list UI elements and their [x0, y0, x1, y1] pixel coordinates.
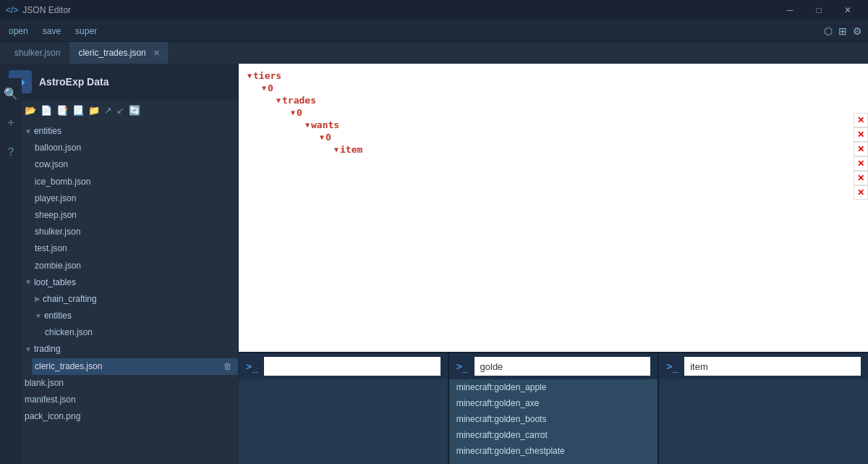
key-trades-0[interactable]: 0 — [297, 107, 302, 118]
tab-shulker[interactable]: shulker.json — [6, 42, 69, 64]
arrow-trades: ▼ — [276, 96, 281, 104]
folder-trading[interactable]: ▼ trading — [22, 341, 238, 358]
file-sheep[interactable]: sheep.json — [32, 207, 238, 224]
titlebar: </> JSON Editor ─ □ ✕ — [0, 0, 868, 20]
file-tree: ▼ entities balloon.json cow.json ice_bom… — [0, 120, 238, 464]
file-cow[interactable]: cow.json — [32, 156, 238, 173]
json-node-wants: ▼ wants — [247, 119, 859, 131]
main-layout: ◈ AstroExp Data 🔍 ＋ ？ 📂 📄 📑 📃 📁 ↗ ↙ 🔄 ▼ … — [0, 64, 868, 464]
json-node-wants-0: ▼ 0 — [247, 131, 859, 143]
panel-2-input[interactable] — [475, 357, 651, 376]
folder-arrow-loot-tables: ▼ — [25, 277, 32, 288]
file-test[interactable]: test.json — [32, 240, 238, 257]
panel-1-prompt-symbol: >_ — [246, 360, 258, 372]
delete-btn-3[interactable]: ✕ — [854, 142, 868, 156]
file-label-pack-icon: pack_icon.png — [25, 410, 80, 423]
menu-super[interactable]: super — [72, 25, 100, 38]
folder-entities-2[interactable]: ▼ entities — [32, 308, 238, 324]
menu-open[interactable]: open — [6, 25, 31, 38]
search-icon[interactable]: 🔍 — [1, 84, 21, 104]
key-wants[interactable]: wants — [311, 119, 339, 130]
file-shulker[interactable]: shulker.json — [32, 224, 238, 240]
new-file-3-icon[interactable]: 📃 — [72, 105, 84, 116]
file-ice-bomb[interactable]: ice_bomb.json — [32, 174, 238, 190]
file-player[interactable]: player.json — [32, 190, 238, 207]
dropdown-item-golden-chestplate[interactable]: minecraft:golden_chestplate — [449, 443, 658, 459]
file-label-player: player.json — [35, 192, 76, 206]
folder-chain-crafting[interactable]: ▶ chain_crafting — [32, 291, 238, 308]
maximize-button[interactable]: □ — [804, 0, 833, 20]
dropdown-item-golden-apple[interactable]: minecraft:golden_apple — [449, 379, 658, 395]
arrow-tiers: ▼ — [247, 72, 252, 80]
panel-2-prompt-bar: >_ — [449, 353, 658, 379]
new-file-icon[interactable]: 📄 — [41, 105, 52, 116]
file-label-balloon: balloon.json — [35, 141, 81, 155]
sidebar-icon-strip: 🔍 ＋ ？ — [0, 78, 22, 464]
delete-btn-5[interactable]: ✕ — [854, 171, 868, 185]
menu-save[interactable]: save — [40, 25, 64, 38]
window-controls: ─ □ ✕ — [775, 0, 862, 20]
arrow-wants-0: ▼ — [320, 133, 324, 141]
file-label-test: test.json — [35, 242, 67, 256]
panel-3-input[interactable] — [684, 357, 861, 376]
file-label-cow: cow.json — [35, 158, 68, 172]
key-item[interactable]: item — [340, 144, 362, 155]
delete-btn-6[interactable]: ✕ — [854, 185, 868, 200]
folder-entities-1[interactable]: ▼ entities — [22, 123, 238, 140]
panel-1-input[interactable] — [264, 357, 441, 376]
help-icon[interactable]: ？ — [2, 142, 20, 163]
sidebar-header: ◈ AstroExp Data — [0, 64, 238, 100]
arrow-wants: ▼ — [305, 121, 310, 129]
dropdown-item-golden-carrot[interactable]: minecraft:golden_carrot — [449, 427, 658, 443]
file-cleric-trades[interactable]: cleric_trades.json 🗑 — [32, 358, 238, 375]
file-manifest[interactable]: manifest.json — [22, 392, 238, 408]
pin-icon[interactable]: ⊞ — [838, 25, 847, 37]
panel-1-prompt-bar: >_ — [239, 353, 448, 379]
file-label-manifest: manifest.json — [25, 393, 76, 407]
close-button[interactable]: ✕ — [833, 0, 862, 20]
delete-btn-2[interactable]: ✕ — [854, 127, 868, 142]
delete-btn-1[interactable]: ✕ — [854, 113, 868, 127]
key-tiers[interactable]: tiers — [253, 70, 281, 81]
bottom-panels: >_ >_ minecraft:golden_apple minecraft:g… — [239, 352, 868, 464]
settings-icon[interactable]: ⚙ — [853, 25, 862, 37]
add-icon[interactable]: ＋ — [2, 112, 20, 133]
file-chicken[interactable]: chicken.json — [42, 324, 238, 341]
folder-arrow-entities-1: ▼ — [25, 126, 32, 138]
panel-2-prompt-symbol: >_ — [456, 360, 469, 372]
dropdown-item-golden-boots[interactable]: minecraft:golden_boots — [449, 411, 658, 427]
folder-label-trading: trading — [34, 342, 61, 356]
sidebar: ◈ AstroExp Data 🔍 ＋ ？ 📂 📄 📑 📃 📁 ↗ ↙ 🔄 ▼ … — [0, 64, 239, 464]
expand-all-icon[interactable]: ↗ — [104, 105, 112, 116]
refresh-icon[interactable]: 🔄 — [129, 105, 140, 116]
json-node-item: ▼ item — [247, 143, 859, 156]
new-file-2-icon[interactable]: 📑 — [56, 105, 68, 116]
folder-label-loot-tables: loot_tables — [34, 276, 76, 290]
json-node-tiers: ▼ tiers — [247, 69, 859, 82]
expand-icon[interactable]: ⬡ — [824, 25, 833, 37]
sidebar-app-name: AstroExp Data — [39, 76, 109, 88]
menubar: open save super ⬡ ⊞ ⚙ — [0, 20, 868, 42]
tab-close-icon[interactable]: ✕ — [153, 48, 160, 58]
minimize-button[interactable]: ─ — [775, 0, 804, 20]
key-tiers-0[interactable]: 0 — [268, 83, 273, 93]
delete-btn-4[interactable]: ✕ — [854, 156, 868, 171]
collapse-all-icon[interactable]: ↙ — [116, 105, 124, 116]
file-pack-icon[interactable]: pack_icon.png — [22, 408, 238, 425]
key-trades[interactable]: trades — [282, 95, 316, 106]
file-zombie[interactable]: zombie.json — [32, 258, 238, 274]
dropdown-item-golden-axe[interactable]: minecraft:golden_axe — [449, 395, 658, 411]
json-editor-area: ▼ tiers ▼ 0 ▼ trades ▼ 0 — [239, 64, 868, 352]
file-balloon[interactable]: balloon.json — [32, 140, 238, 156]
file-label-shulker: shulker.json — [35, 225, 80, 239]
file-label-chicken: chicken.json — [45, 326, 93, 339]
json-node-trades-0: ▼ 0 — [247, 106, 859, 119]
open-folder-icon[interactable]: 📂 — [25, 105, 36, 116]
add-folder-icon[interactable]: 📁 — [88, 105, 100, 116]
file-blank[interactable]: blank.json — [22, 375, 238, 392]
folder-loot-tables[interactable]: ▼ loot_tables — [22, 274, 238, 291]
tab-cleric-trades[interactable]: cleric_trades.json ✕ — [69, 42, 169, 64]
delete-file-icon[interactable]: 🗑 — [224, 360, 232, 374]
folder-label-entities-2: entities — [44, 309, 72, 323]
key-wants-0[interactable]: 0 — [326, 132, 331, 143]
